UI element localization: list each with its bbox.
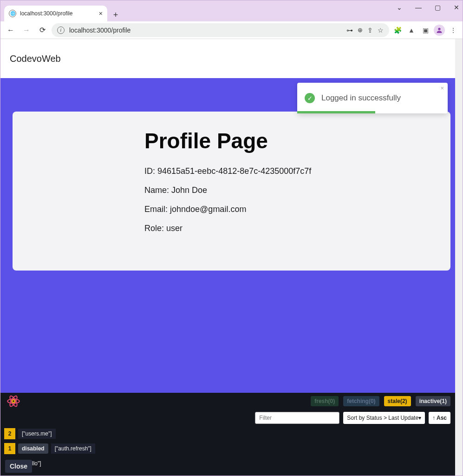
status-fresh[interactable]: fresh(0): [311, 396, 339, 406]
zoom-icon[interactable]: ⊕: [358, 26, 363, 33]
site-header: CodevoWeb: [0, 39, 463, 78]
devtools-close-button[interactable]: Close: [5, 460, 32, 473]
query-row[interactable]: 2 ["users.me"]: [0, 426, 455, 441]
status-stale[interactable]: stale(2): [384, 396, 411, 406]
menu-icon[interactable]: ⋮: [448, 25, 459, 36]
profile-email: Email: johndoe@gmail.com: [144, 205, 319, 214]
address-bar: ← → ⟳ i localhost:3000/profile ⊶ ⊕ ⇪ ☆ 🧩…: [0, 21, 463, 39]
disabled-pill: disabled: [18, 443, 48, 454]
share-icon[interactable]: ⇪: [367, 26, 373, 34]
tab-strip: 🌐 localhost:3000/profile × +: [0, 3, 463, 21]
viewport: CodevoWeb ✓ Logged in successfully × Pro…: [0, 39, 463, 476]
omnibox[interactable]: i localhost:3000/profile ⊶ ⊕ ⇪ ☆: [52, 23, 389, 37]
status-fetching[interactable]: fetching(0): [343, 396, 379, 406]
query-observer-count: 2: [4, 428, 15, 439]
react-query-logo-icon: [5, 393, 22, 410]
toast-progress: [297, 111, 375, 113]
bookmark-icon[interactable]: ☆: [378, 26, 384, 34]
globe-icon: 🌐: [9, 10, 16, 17]
back-button[interactable]: ←: [4, 24, 17, 37]
query-row[interactable]: llo"]: [0, 456, 455, 471]
query-key: ["auth.refresh"]: [51, 443, 95, 454]
main-content: Profile Page ID: 94615a51-eebc-4812-8e7c…: [0, 78, 463, 393]
browser-tab[interactable]: 🌐 localhost:3000/profile ×: [4, 6, 107, 21]
window-close-icon[interactable]: ✕: [454, 4, 459, 11]
reload-button[interactable]: ⟳: [36, 24, 49, 37]
profile-avatar[interactable]: [434, 25, 445, 36]
window-controls: ⌄ — ▢ ✕: [397, 4, 459, 11]
new-tab-button[interactable]: +: [109, 8, 122, 21]
svg-point-5: [13, 400, 14, 402]
query-key: llo"]: [32, 458, 45, 469]
site-info-icon[interactable]: i: [57, 26, 65, 34]
panel-icon[interactable]: ▣: [420, 25, 431, 36]
window-dropdown-icon[interactable]: ⌄: [397, 4, 402, 11]
svg-point-0: [438, 27, 440, 30]
check-icon: ✓: [305, 93, 315, 103]
sort-button[interactable]: Sort by Status > Last Update ▾: [343, 412, 425, 424]
url-text: localhost:3000/profile: [69, 26, 130, 34]
toast-notification: ✓ Logged in successfully ×: [297, 83, 448, 113]
window-maximize-icon[interactable]: ▢: [435, 4, 441, 11]
scrollbar[interactable]: [455, 39, 463, 476]
filter-input[interactable]: [255, 412, 339, 424]
profile-role: Role: user: [144, 224, 319, 233]
query-key: ["users.me"]: [18, 429, 56, 439]
profile-name: Name: John Doe: [144, 185, 319, 195]
query-observer-count: 1: [4, 443, 15, 454]
profile-card: Profile Page ID: 94615a51-eebc-4812-8e7c…: [13, 112, 450, 271]
extensions-icon[interactable]: 🧩: [392, 25, 403, 36]
window-minimize-icon[interactable]: —: [415, 4, 422, 11]
query-row[interactable]: 1 disabled ["auth.refresh"]: [0, 441, 455, 456]
asc-button[interactable]: ↑ Asc: [429, 412, 450, 424]
tab-title: localhost:3000/profile: [20, 10, 72, 17]
chevron-down-icon: ▾: [418, 415, 421, 421]
toast-close-icon[interactable]: ×: [440, 85, 444, 92]
brand-text: CodevoWeb: [10, 53, 61, 64]
profile-id: ID: 94615a51-eebc-4812-8e7c-4235000f7c7f: [144, 166, 319, 176]
page-title: Profile Page: [144, 128, 319, 153]
key-icon[interactable]: ⊶: [346, 26, 353, 34]
forward-button[interactable]: →: [20, 24, 33, 37]
tab-close-icon[interactable]: ×: [99, 10, 103, 17]
react-query-devtools: fresh(0) fetching(0) stale(2) inactive(1…: [0, 393, 455, 476]
flask-icon[interactable]: ▲: [406, 25, 417, 36]
toast-message: Logged in successfully: [321, 93, 401, 103]
status-inactive[interactable]: inactive(1): [416, 396, 450, 406]
